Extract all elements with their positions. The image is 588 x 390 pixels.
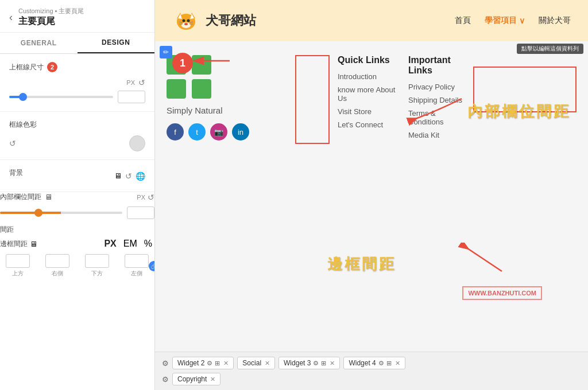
globe-icon[interactable]: 🌐 (136, 171, 145, 181)
copyright-close[interactable]: ✕ (210, 376, 215, 383)
footer-link-3[interactable]: Let's Connect (338, 120, 397, 129)
inner-spacing-label: 內部欄位間距 🖥 (0, 192, 52, 202)
important-link-1[interactable]: Shipping Details (408, 96, 467, 104)
border-right-group: 右側 (40, 254, 76, 278)
tab-general[interactable]: GENERAL (0, 33, 78, 53)
widget-3-label: Widget 3 (284, 359, 311, 367)
chevron-down-icon: ∨ (519, 16, 525, 25)
link-icon[interactable]: 🔗 (149, 261, 155, 271)
linkedin-icon[interactable]: in (232, 123, 249, 141)
border-top-input[interactable]: 80 (6, 254, 30, 268)
instagram-icon[interactable]: 📷 (210, 123, 227, 141)
border-color-swatch[interactable] (129, 135, 145, 151)
arrow-to-empty (456, 243, 508, 277)
widget-row-2: ⚙ Copyright ✕ (162, 373, 581, 385)
border-right-label: 右側 (52, 270, 63, 278)
widget-2-expand[interactable]: ⊞ (215, 360, 220, 367)
footer-quick-links-col: Quick Links Introduction know more About… (332, 55, 403, 144)
footer-link-1[interactable]: know more About Us (338, 85, 397, 103)
widget-2-label: Widget 2 (177, 359, 204, 367)
widget-3-expand[interactable]: ⊞ (321, 360, 326, 367)
nav-home[interactable]: 首頁 (455, 15, 471, 26)
border-spacing-label: 邊框間距 (0, 239, 28, 249)
widget-2-close[interactable]: ✕ (223, 360, 229, 367)
border-color-label: 框線色彩 (9, 120, 145, 130)
site-footer-wrapper: 點擊以編輯這個資料列 ✏ 1 內部欄位間距 (155, 41, 588, 352)
copyright-label: Copyright (177, 375, 207, 383)
panel-header: ‹ Customizing • 主要頁尾 主要頁尾 (0, 0, 154, 33)
border-size-slider-row: 1 (9, 91, 145, 103)
badge-2: 2 (47, 62, 57, 72)
site-name: 犬哥網站 (206, 12, 256, 29)
inner-spacing-slider-row: 15 (0, 206, 154, 219)
reset-inner-spacing[interactable]: ↺ (148, 193, 154, 202)
widget-4-close[interactable]: ✕ (395, 360, 400, 367)
svg-point-8 (184, 23, 188, 25)
nav-about[interactable]: 關於犬哥 (539, 15, 571, 26)
customizer-panel: ‹ Customizing • 主要頁尾 主要頁尾 GENERAL DESIGN… (0, 0, 155, 390)
important-links-heading: Important Links (408, 55, 467, 76)
gap-label: 間距 (0, 225, 154, 235)
footer-divider-col (295, 55, 330, 144)
footer-important-links-col: Important Links Privacy Policy Shipping … (403, 55, 473, 144)
social-chip-close[interactable]: ✕ (265, 360, 270, 367)
border-top-group: 80 上方 (0, 254, 36, 278)
border-bottom-input[interactable]: 80 (85, 254, 109, 268)
background-label: 背景 (9, 168, 23, 178)
bg-row: 背景 🖥 ↺ 🌐 (9, 168, 145, 184)
svg-point-6 (183, 20, 185, 22)
border-size-input[interactable]: 1 (118, 91, 145, 103)
widget-chip-4: Widget 4 ⚙ ⊞ ✕ (343, 357, 405, 369)
border-right-input[interactable] (45, 254, 69, 268)
important-link-2[interactable]: Terms & Conditions (408, 109, 467, 126)
widget-3-close[interactable]: ✕ (330, 360, 335, 367)
widget-4-settings[interactable]: ⚙ (378, 360, 384, 367)
gear-icon-row2[interactable]: ⚙ (162, 375, 169, 384)
panel-header-text: Customizing • 主要頁尾 主要頁尾 (18, 7, 84, 28)
border-color-section: 框線色彩 ↺ (0, 112, 154, 160)
social-icons: f t 📷 in (167, 123, 287, 141)
border-left-input[interactable] (125, 254, 149, 268)
border-size-controls: PX ↺ (9, 78, 145, 87)
social-chip-label: Social (242, 359, 261, 367)
widget-chip-2: Widget 2 ⚙ ⊞ ✕ (172, 357, 234, 369)
fox-icon (172, 7, 200, 34)
border-left-label: 左側 (131, 270, 142, 278)
footer-link-2[interactable]: Visit Store (338, 107, 397, 116)
border-bottom-group: 80 下方 (79, 254, 115, 278)
widget-3-settings[interactable]: ⚙ (313, 360, 319, 367)
widget-row-1: ⚙ Widget 2 ⚙ ⊞ ✕ Social ✕ Widget 3 ⚙ ⊞ ✕ (162, 357, 581, 369)
back-button[interactable]: ‹ (9, 11, 13, 24)
border-color-row: ↺ (9, 135, 145, 151)
footer-empty-col (473, 67, 577, 112)
gear-icon-row1[interactable]: ⚙ (162, 359, 169, 368)
inner-spacing-slider[interactable] (0, 212, 122, 214)
logo-grid (167, 55, 212, 99)
unit-em-tab[interactable]: EM (121, 238, 140, 249)
nav-learning[interactable]: 學習項目 ∨ (485, 15, 525, 26)
tab-design[interactable]: DESIGN (78, 33, 155, 53)
unit-percent-tab[interactable]: % (142, 238, 154, 249)
twitter-icon[interactable]: t (188, 123, 206, 141)
unit-px-tab[interactable]: PX (102, 238, 118, 249)
reset-border-size[interactable]: ↺ (138, 78, 145, 87)
reset-border-color[interactable]: ↺ (9, 139, 16, 148)
footer-link-0[interactable]: Introduction (338, 72, 397, 81)
border-size-slider[interactable] (9, 96, 113, 98)
site-header: 犬哥網站 首頁 學習項目 ∨ 關於犬哥 (155, 0, 588, 41)
reset-background[interactable]: ↺ (125, 171, 132, 181)
logo-sq-2 (192, 55, 211, 75)
widget-4-expand[interactable]: ⊞ (386, 360, 392, 367)
widget-chip-copyright: Copyright ✕ (172, 373, 220, 385)
widget-2-settings[interactable]: ⚙ (207, 360, 212, 367)
important-link-3[interactable]: Media Kit (408, 131, 467, 139)
inner-spacing-input[interactable]: 15 (127, 206, 154, 219)
logo-sq-4 (192, 79, 211, 99)
right-area: 犬哥網站 首頁 學習項目 ∨ 關於犬哥 點擊以編輯這個資料列 ✏ 1 內部欄 (155, 0, 588, 390)
watermark-text: WWW.BANZHUTI.COM (468, 290, 536, 297)
border-size-label: 上框線尺寸 2 (9, 62, 145, 72)
facebook-icon[interactable]: f (167, 123, 184, 141)
edit-pencil-button[interactable]: ✏ (160, 46, 172, 58)
unit-px-label: PX (126, 79, 135, 86)
important-link-0[interactable]: Privacy Policy (408, 83, 467, 91)
